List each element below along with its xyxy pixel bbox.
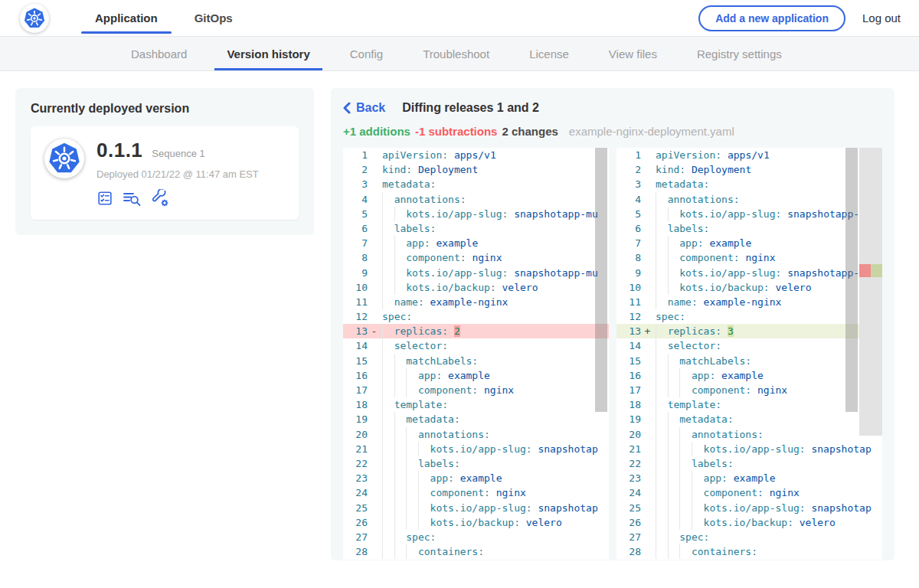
diff-marker (641, 266, 654, 280)
indent-guide (394, 442, 407, 456)
indent-guide (382, 250, 394, 265)
indent-guide (679, 456, 692, 471)
diff-line: 18template: (343, 397, 609, 412)
original-scrollbar-thumb[interactable] (595, 148, 607, 412)
indent-guide (656, 354, 668, 368)
deploy-logs-icon[interactable] (123, 190, 142, 207)
subnav-tab-view-files[interactable]: View files (589, 37, 677, 70)
tab-application-label: Application (95, 11, 158, 24)
currently-deployed-card: Currently deployed version (15, 88, 314, 235)
line-number: 5 (343, 207, 368, 221)
indent-guide (668, 236, 680, 250)
preflight-checks-icon[interactable] (96, 190, 113, 207)
indent-guide (394, 266, 407, 280)
tab-gitops[interactable]: GitOps (176, 0, 251, 36)
line-number: 2 (616, 162, 641, 177)
indent-guide (656, 412, 668, 426)
line-number: 18 (616, 397, 641, 412)
subnav-tab-troubleshoot[interactable]: Troubleshoot (403, 37, 509, 70)
modified-scrollbar-thumb[interactable] (845, 148, 858, 412)
diff-line: 23app: example (343, 471, 609, 485)
indent-guide (668, 266, 680, 280)
indent-guide (656, 501, 668, 515)
diff-line: 23app: example (616, 471, 882, 485)
diff-marker (641, 309, 654, 324)
diff-marker (368, 309, 381, 324)
line-number: 6 (616, 221, 641, 236)
indent-guide (656, 368, 668, 383)
line-number: 13 (616, 324, 641, 338)
diff-marker (368, 530, 381, 544)
diff-marker (641, 368, 654, 383)
indent-guide (692, 515, 704, 530)
line-number: 19 (616, 412, 641, 426)
indent-guide (382, 530, 394, 544)
diff-marker (368, 148, 381, 162)
indent-guide (656, 295, 668, 309)
application-subnav: Dashboard Version history Config Trouble… (0, 37, 919, 71)
add-application-button[interactable]: Add a new application (698, 5, 845, 31)
line-number: 21 (343, 442, 368, 456)
diff-line: 9kots.io/app-slug: snapshotapp-mu (343, 266, 609, 280)
diff-marker (641, 295, 654, 309)
subnav-tab-version-history[interactable]: Version history (207, 37, 329, 70)
line-number: 21 (616, 442, 641, 456)
diff-marker (368, 162, 381, 177)
indent-guide (679, 515, 692, 530)
diff-marker (641, 485, 654, 500)
diff-marker (641, 148, 654, 162)
line-number: 20 (616, 427, 641, 442)
diff-filename: example-nginx-deployment.yaml (569, 125, 734, 138)
indent-guide (668, 485, 680, 500)
indent-guide (382, 412, 394, 426)
indent-guide (394, 280, 407, 295)
diff-line: 5kots.io/app-slug: snapshotapp-mu (343, 207, 609, 221)
indent-guide (418, 515, 430, 530)
config-wrench-icon[interactable] (152, 189, 170, 207)
diff-line: 10kots.io/backup: velero (343, 280, 609, 295)
indent-guide (406, 368, 418, 383)
diff-marker (641, 427, 654, 442)
indent-guide (656, 427, 668, 442)
line-number: 17 (343, 383, 368, 397)
logout-link[interactable]: Log out (862, 11, 901, 24)
line-number: 9 (616, 266, 641, 280)
line-number: 1 (616, 148, 641, 162)
diff-line: 2kind: Deployment (616, 162, 882, 177)
indent-guide (668, 530, 680, 544)
diff-marker (368, 295, 381, 309)
subnav-tab-config[interactable]: Config (330, 37, 403, 70)
line-number: 19 (343, 412, 368, 426)
line-number: 1 (343, 148, 368, 162)
line-number: 24 (343, 485, 368, 500)
subnav-tab-dashboard[interactable]: Dashboard (111, 37, 207, 70)
line-number: 27 (616, 530, 641, 544)
indent-guide (406, 442, 418, 456)
line-number: 3 (343, 177, 368, 191)
tab-application[interactable]: Application (77, 0, 176, 36)
line-number: 10 (616, 280, 641, 295)
diff-line: 25kots.io/app-slug: snapshotap (343, 501, 609, 515)
diff-marker (641, 383, 654, 397)
line-number: 25 (343, 501, 368, 515)
indent-guide (382, 207, 394, 221)
line-number: 20 (343, 427, 368, 442)
indent-guide (394, 236, 407, 250)
indent-guide (668, 280, 680, 295)
subnav-tab-license[interactable]: License (509, 37, 589, 70)
diff-marker (641, 221, 654, 236)
subnav-tab-registry-settings[interactable]: Registry settings (677, 37, 802, 70)
indent-guide (382, 266, 394, 280)
indent-guide (382, 354, 394, 368)
diff-marker (368, 177, 381, 191)
diff-line: 11name: example-nginx (343, 295, 609, 309)
indent-guide (418, 471, 430, 485)
diff-line: 28containers: (616, 544, 882, 559)
back-button[interactable]: Back (343, 101, 385, 115)
line-number: 25 (616, 501, 641, 515)
indent-guide (382, 280, 394, 295)
diff-line: 16app: example (616, 368, 882, 383)
indent-guide (382, 192, 394, 207)
diff-line: 19metadata: (616, 412, 882, 426)
ruler-addition-mark (871, 264, 882, 277)
